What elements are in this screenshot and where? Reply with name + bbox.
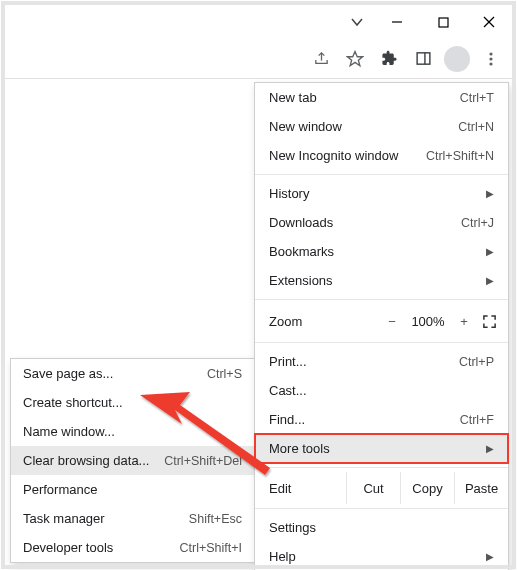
chevron-right-icon: ▶	[486, 246, 494, 257]
chevron-right-icon: ▶	[486, 275, 494, 286]
profile-avatar[interactable]	[442, 44, 472, 74]
menu-label: New window	[269, 119, 458, 134]
menu-new-tab[interactable]: New tabCtrl+T	[255, 83, 508, 112]
chevron-right-icon: ▶	[486, 188, 494, 199]
zoom-in-button[interactable]: +	[450, 314, 478, 329]
menu-label: Print...	[269, 354, 459, 369]
menu-separator	[255, 342, 508, 343]
menu-label: New tab	[269, 90, 460, 105]
edit-copy-button[interactable]: Copy	[400, 472, 454, 504]
menu-label: Clear browsing data...	[23, 453, 164, 468]
menu-separator	[255, 467, 508, 468]
menu-label: Performance	[23, 482, 242, 497]
menu-new-incognito[interactable]: New Incognito windowCtrl+Shift+N	[255, 141, 508, 170]
menu-cast[interactable]: Cast...	[255, 376, 508, 405]
tab-dropdown-icon[interactable]	[340, 5, 374, 39]
submenu-create-shortcut[interactable]: Create shortcut...	[11, 388, 254, 417]
browser-toolbar	[5, 39, 512, 79]
menu-settings[interactable]: Settings	[255, 513, 508, 542]
menu-shortcut: Ctrl+T	[460, 91, 494, 105]
menu-help[interactable]: Help▶	[255, 542, 508, 570]
menu-label: History	[269, 186, 486, 201]
menu-history[interactable]: History▶	[255, 179, 508, 208]
menu-zoom-row: Zoom − 100% +	[255, 304, 508, 338]
menu-label: Find...	[269, 412, 460, 427]
menu-label: Settings	[269, 520, 494, 535]
svg-point-8	[489, 57, 492, 60]
bookmark-star-icon[interactable]	[340, 44, 370, 74]
menu-label: Help	[269, 549, 486, 564]
menu-downloads[interactable]: DownloadsCtrl+J	[255, 208, 508, 237]
zoom-value: 100%	[406, 314, 450, 329]
menu-shortcut: Shift+Esc	[189, 512, 242, 526]
chevron-right-icon: ▶	[486, 443, 494, 454]
submenu-save-page[interactable]: Save page as...Ctrl+S	[11, 359, 254, 388]
menu-extensions[interactable]: Extensions▶	[255, 266, 508, 295]
menu-new-window[interactable]: New windowCtrl+N	[255, 112, 508, 141]
menu-label: Extensions	[269, 273, 486, 288]
menu-separator	[255, 299, 508, 300]
submenu-name-window[interactable]: Name window...	[11, 417, 254, 446]
menu-shortcut: Ctrl+P	[459, 355, 494, 369]
menu-label: Create shortcut...	[23, 395, 242, 410]
fullscreen-icon[interactable]	[478, 314, 500, 329]
extensions-icon[interactable]	[374, 44, 404, 74]
menu-kebab-icon[interactable]	[476, 44, 506, 74]
menu-separator	[255, 508, 508, 509]
menu-label: Bookmarks	[269, 244, 486, 259]
menu-label: Cast...	[269, 383, 494, 398]
svg-marker-4	[348, 51, 363, 65]
edit-label: Edit	[269, 481, 346, 496]
svg-rect-5	[417, 53, 430, 64]
svg-point-7	[489, 52, 492, 55]
menu-label: Developer tools	[23, 540, 179, 555]
menu-shortcut: Ctrl+Shift+I	[179, 541, 242, 555]
sidepanel-icon[interactable]	[408, 44, 438, 74]
menu-edit-row: Edit Cut Copy Paste	[255, 472, 508, 504]
edit-cut-button[interactable]: Cut	[346, 472, 400, 504]
menu-label: Save page as...	[23, 366, 207, 381]
menu-shortcut: Ctrl+Shift+Del	[164, 454, 242, 468]
window-titlebar	[5, 5, 512, 39]
menu-label: New Incognito window	[269, 148, 426, 163]
menu-shortcut: Ctrl+Shift+N	[426, 149, 494, 163]
submenu-performance[interactable]: Performance	[11, 475, 254, 504]
menu-label: Downloads	[269, 215, 461, 230]
edit-paste-button[interactable]: Paste	[454, 472, 508, 504]
maximize-button[interactable]	[420, 5, 466, 39]
menu-label: More tools	[269, 441, 486, 456]
menu-label: Task manager	[23, 511, 189, 526]
menu-more-tools[interactable]: More tools▶	[255, 434, 508, 463]
zoom-label: Zoom	[269, 314, 378, 329]
menu-shortcut: Ctrl+N	[458, 120, 494, 134]
menu-print[interactable]: Print...Ctrl+P	[255, 347, 508, 376]
menu-label: Name window...	[23, 424, 242, 439]
menu-shortcut: Ctrl+J	[461, 216, 494, 230]
menu-bookmarks[interactable]: Bookmarks▶	[255, 237, 508, 266]
close-button[interactable]	[466, 5, 512, 39]
submenu-developer-tools[interactable]: Developer toolsCtrl+Shift+I	[11, 533, 254, 562]
svg-point-9	[489, 62, 492, 65]
chevron-right-icon: ▶	[486, 551, 494, 562]
menu-find[interactable]: Find...Ctrl+F	[255, 405, 508, 434]
share-icon[interactable]	[306, 44, 336, 74]
submenu-task-manager[interactable]: Task managerShift+Esc	[11, 504, 254, 533]
more-tools-submenu: Save page as...Ctrl+S Create shortcut...…	[10, 358, 255, 563]
minimize-button[interactable]	[374, 5, 420, 39]
svg-rect-1	[439, 18, 448, 27]
menu-shortcut: Ctrl+F	[460, 413, 494, 427]
menu-shortcut: Ctrl+S	[207, 367, 242, 381]
zoom-out-button[interactable]: −	[378, 314, 406, 329]
chrome-main-menu: New tabCtrl+T New windowCtrl+N New Incog…	[254, 82, 509, 570]
menu-separator	[255, 174, 508, 175]
submenu-clear-browsing-data[interactable]: Clear browsing data...Ctrl+Shift+Del	[11, 446, 254, 475]
